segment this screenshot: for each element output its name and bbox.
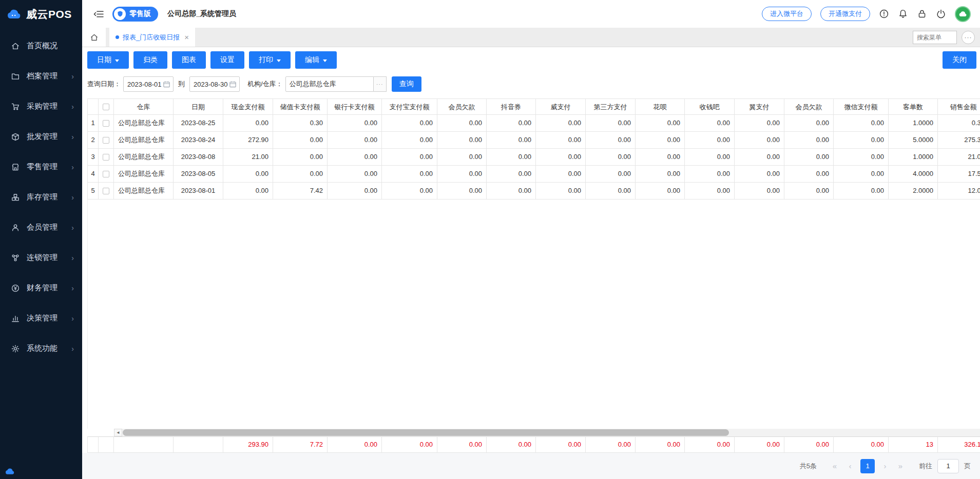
row-checkbox[interactable] <box>103 171 109 177</box>
row-checkbox[interactable] <box>103 120 109 127</box>
select-all-checkbox[interactable] <box>103 104 109 110</box>
chevron-right-icon: › <box>71 224 74 232</box>
edit-button[interactable]: 编辑 <box>295 51 337 69</box>
cell: 0.00 <box>437 436 487 453</box>
column-header[interactable]: 翼支付 <box>735 98 784 115</box>
scrollbar-thumb[interactable] <box>123 429 729 436</box>
activate-micro-payment-button[interactable]: 开通微支付 <box>820 7 870 21</box>
cell: 0.00 <box>487 149 536 166</box>
cell: 2023-08-01 <box>174 183 223 199</box>
edition-badge[interactable]: 零售版 <box>112 7 158 22</box>
org-warehouse-field[interactable] <box>285 76 374 92</box>
org-picker-button[interactable]: ··· <box>374 76 387 92</box>
column-header[interactable]: 收钱吧 <box>685 98 735 115</box>
date-from-input[interactable] <box>127 81 163 88</box>
sidebar-item-finance-mgmt[interactable]: 财务管理 › <box>0 273 82 303</box>
cell: 0.00 <box>636 436 685 453</box>
tab-report-daily-cashier[interactable]: 报表_门店收银日报 × <box>109 28 195 47</box>
home-tab-button[interactable] <box>82 28 106 47</box>
table-row[interactable]: 1公司总部总仓库2023-08-250.000.300.000.000.000.… <box>87 115 980 132</box>
column-header[interactable]: 威支付 <box>536 98 586 115</box>
sidebar-item-wholesale-mgmt[interactable]: 批发管理 › <box>0 122 82 152</box>
notice-icon[interactable] <box>879 9 889 19</box>
table-row[interactable]: 5公司总部总仓库2023-08-010.007.420.000.000.000.… <box>87 183 980 199</box>
more-tabs-button[interactable]: ··· <box>962 31 975 44</box>
column-header[interactable]: 现金支付额 <box>223 98 273 115</box>
finance-icon <box>11 284 20 293</box>
column-header[interactable]: 第三方支付 <box>586 98 636 115</box>
table-row[interactable]: 2公司总部总仓库2023-08-24272.900.000.000.000.00… <box>87 132 980 149</box>
collapse-sidebar-icon[interactable] <box>93 10 104 18</box>
print-button[interactable]: 打印 <box>249 51 291 69</box>
cell: 0.00 <box>223 183 273 199</box>
lock-icon[interactable] <box>917 9 927 19</box>
row-checkbox[interactable] <box>103 154 109 161</box>
goto-page-input[interactable] <box>937 459 959 473</box>
row-checkbox[interactable] <box>103 188 109 194</box>
page-number-button[interactable]: 1 <box>860 459 875 473</box>
cell: 0.00 <box>382 115 437 132</box>
cell: 0.00 <box>273 132 328 149</box>
categorize-button[interactable]: 归类 <box>133 51 167 69</box>
power-icon[interactable] <box>936 9 946 19</box>
query-button[interactable]: 查询 <box>392 76 421 92</box>
column-header[interactable]: 仓库 <box>114 98 174 115</box>
cell: 0.00 <box>735 132 784 149</box>
cell: 0.00 <box>328 183 382 199</box>
cell: 0.00 <box>636 132 685 149</box>
sidebar-item-chain-mgmt[interactable]: 连锁管理 › <box>0 243 82 273</box>
column-header[interactable]: 储值卡支付额 <box>273 98 328 115</box>
sidebar-item-decision-mgmt[interactable]: 决策管理 › <box>0 303 82 333</box>
prev-page-button[interactable]: ‹ <box>845 462 855 470</box>
house-icon <box>90 33 99 42</box>
column-header[interactable]: 客单数 <box>889 98 938 115</box>
close-button[interactable]: 关闭 <box>943 51 976 69</box>
first-page-button[interactable]: « <box>830 462 840 470</box>
chevron-right-icon: › <box>71 254 74 262</box>
sidebar-item-retail-mgmt[interactable]: 零售管理 › <box>0 152 82 182</box>
calendar-icon[interactable] <box>163 81 170 88</box>
row-checkbox[interactable] <box>103 137 109 144</box>
column-header[interactable]: 日期 <box>174 98 223 115</box>
query-bar: 查询日期： 到 机构/仓库： ··· 查询 <box>82 73 980 95</box>
cell: 2.0000 <box>889 183 938 199</box>
bell-icon[interactable] <box>898 9 908 19</box>
date-to-input[interactable] <box>194 81 229 88</box>
column-header[interactable]: 销售金额 <box>938 98 980 115</box>
column-header[interactable]: 会员欠款 <box>784 98 834 115</box>
cell: 275.30 <box>938 132 980 149</box>
tab-close-icon[interactable]: × <box>184 33 189 42</box>
table-row[interactable]: 4公司总部总仓库2023-08-050.000.000.000.000.000.… <box>87 166 980 183</box>
sidebar-item-home-overview[interactable]: 首页概况 <box>0 31 82 61</box>
record-count: 共5条 <box>800 462 817 471</box>
scroll-left-arrow[interactable]: ◄ <box>114 429 122 436</box>
org-warehouse-input[interactable] <box>290 81 370 88</box>
chart-button[interactable]: 图表 <box>172 51 206 69</box>
sidebar-item-inventory-mgmt[interactable]: 库存管理 › <box>0 182 82 212</box>
avatar[interactable] <box>955 6 971 22</box>
cell <box>87 436 99 453</box>
last-page-button[interactable]: » <box>895 462 906 470</box>
sidebar-item-archive-mgmt[interactable]: 档案管理 › <box>0 61 82 91</box>
menu-search-input[interactable] <box>913 31 957 44</box>
column-header[interactable]: 微信支付额 <box>834 98 889 115</box>
calendar-icon[interactable] <box>229 81 237 88</box>
column-header[interactable]: 支付宝支付额 <box>382 98 437 115</box>
cell: 3 <box>87 149 99 166</box>
date-button[interactable]: 日期 <box>87 51 129 69</box>
column-header[interactable]: 抖音券 <box>487 98 536 115</box>
horizontal-scrollbar[interactable]: ◄ <box>114 429 980 436</box>
column-header[interactable]: 银行卡支付额 <box>328 98 382 115</box>
enter-micro-platform-button[interactable]: 进入微平台 <box>762 7 812 21</box>
settings-button[interactable]: 设置 <box>210 51 244 69</box>
next-page-button[interactable]: › <box>880 462 890 470</box>
table-row[interactable]: 3公司总部总仓库2023-08-0821.000.000.000.000.000… <box>87 149 980 166</box>
cell <box>99 98 114 115</box>
sidebar-item-procurement-mgmt[interactable]: 采购管理 › <box>0 91 82 122</box>
sidebar-item-member-mgmt[interactable]: 会员管理 › <box>0 212 82 243</box>
date-from-field[interactable] <box>123 76 174 92</box>
column-header[interactable]: 花呗 <box>636 98 685 115</box>
sidebar-item-system-functions[interactable]: 系统功能 › <box>0 333 82 364</box>
column-header[interactable]: 会员欠款 <box>437 98 487 115</box>
date-to-field[interactable] <box>189 76 240 92</box>
